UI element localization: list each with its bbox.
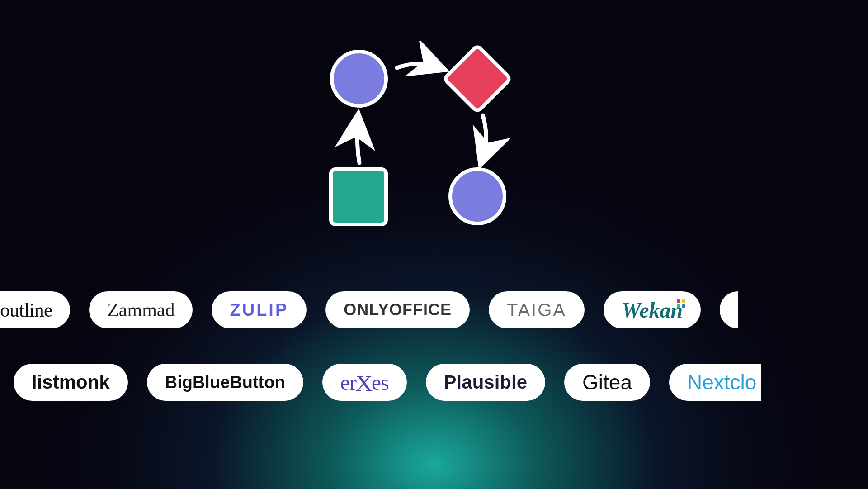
logo-label: Wekan <box>622 298 683 323</box>
logo-erxes: erXes <box>322 364 407 401</box>
flowchart-diamond <box>442 43 513 114</box>
logo-label: listmonk <box>32 371 110 393</box>
logo-label: erXes <box>340 370 389 395</box>
logo-row-2: listmonk BigBlueButton erXes Plausible G… <box>0 362 868 403</box>
logo-bigbluebutton: BigBlueButton <box>147 364 303 401</box>
logo-outline: outline <box>0 291 70 328</box>
logo-taiga: TAIGA <box>489 291 585 328</box>
logo-zulip: ZULIP <box>212 291 307 328</box>
flowchart-circle-top <box>330 50 388 108</box>
logo-label: TAIGA <box>507 300 566 320</box>
logo-label: Zammad <box>107 299 175 321</box>
logo-onlyoffice: ONLYOFFICE <box>326 291 470 328</box>
logo-nextcloud: Nextclo <box>669 364 761 401</box>
logo-gitea: Gitea <box>564 364 650 401</box>
flowchart-square <box>329 167 388 226</box>
logo-partial-right <box>720 291 738 328</box>
logo-label: Nextclo <box>687 370 756 394</box>
logo-label: ZULIP <box>230 300 288 320</box>
logo-plausible: Plausible <box>426 364 545 401</box>
logo-zammad: Zammad <box>89 291 193 328</box>
logo-label: ONLYOFFICE <box>344 300 452 319</box>
logo-listmonk: listmonk <box>14 364 128 401</box>
wekan-dots-icon <box>677 299 685 308</box>
logo-label: outline <box>0 299 52 322</box>
logo-label: Plausible <box>444 371 527 393</box>
logo-row-1: outline Zammad ZULIP ONLYOFFICE TAIGA We… <box>0 290 868 330</box>
logo-label: Gitea <box>582 370 632 394</box>
flowchart-diagram <box>307 41 561 240</box>
logo-label: BigBlueButton <box>165 373 285 392</box>
flowchart-circle-bottom <box>448 167 506 225</box>
logo-wekan: Wekan <box>604 291 701 328</box>
